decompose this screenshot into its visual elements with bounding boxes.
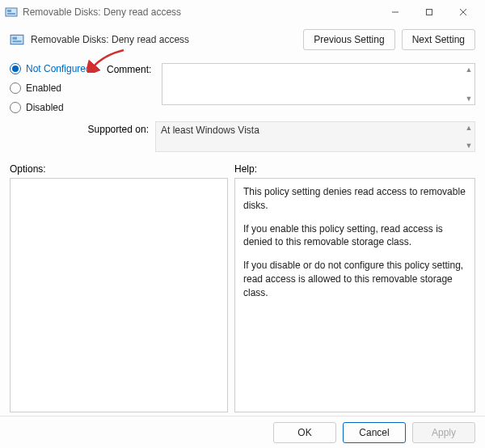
help-panel: This policy setting denies read access t… bbox=[234, 178, 475, 412]
radio-icon bbox=[10, 102, 21, 113]
radio-disabled[interactable]: Disabled bbox=[10, 102, 107, 113]
cancel-button[interactable]: Cancel bbox=[343, 422, 406, 443]
policy-name: Removable Disks: Deny read access bbox=[31, 34, 297, 45]
window-title: Removable Disks: Deny read access bbox=[23, 6, 378, 18]
policy-icon bbox=[5, 6, 18, 19]
scroll-up-icon[interactable]: ▲ bbox=[463, 64, 474, 75]
svg-rect-1 bbox=[7, 10, 11, 12]
svg-rect-4 bbox=[427, 10, 432, 15]
maximize-button[interactable] bbox=[412, 1, 446, 23]
radio-icon bbox=[10, 63, 21, 74]
svg-rect-9 bbox=[12, 40, 21, 42]
next-setting-button[interactable]: Next Setting bbox=[402, 29, 475, 50]
policy-header-icon bbox=[10, 32, 24, 47]
supported-on-value: At least Windows Vista ▲ ▼ bbox=[155, 121, 475, 152]
options-panel bbox=[10, 178, 228, 412]
close-button[interactable] bbox=[446, 1, 480, 23]
radio-label: Not Configured bbox=[26, 63, 91, 74]
scroll-down-icon: ▼ bbox=[463, 140, 474, 151]
help-text: If you enable this policy setting, read … bbox=[243, 222, 466, 250]
svg-rect-2 bbox=[7, 13, 15, 15]
help-text: If you disable or do not configure this … bbox=[243, 259, 466, 299]
state-radio-group: Not Configured Enabled Disabled bbox=[10, 63, 107, 113]
header-row: Removable Disks: Deny read access Previo… bbox=[0, 24, 485, 53]
comment-textarea[interactable]: ▲ ▼ bbox=[162, 63, 475, 105]
radio-label: Enabled bbox=[26, 82, 61, 94]
help-text: This policy setting denies read access t… bbox=[243, 185, 466, 213]
radio-not-configured[interactable]: Not Configured bbox=[10, 63, 107, 74]
help-section-label: Help: bbox=[234, 163, 257, 175]
titlebar: Removable Disks: Deny read access bbox=[0, 0, 485, 24]
svg-rect-8 bbox=[12, 37, 17, 40]
ok-button[interactable]: OK bbox=[273, 422, 336, 443]
minimize-button[interactable] bbox=[378, 1, 412, 23]
radio-label: Disabled bbox=[26, 102, 64, 113]
scroll-up-icon: ▲ bbox=[463, 122, 474, 133]
comment-label: Comment: bbox=[107, 63, 155, 75]
previous-setting-button[interactable]: Previous Setting bbox=[303, 29, 394, 50]
dialog-button-bar: OK Cancel Apply bbox=[0, 416, 485, 448]
scroll-down-icon[interactable]: ▼ bbox=[463, 93, 474, 104]
radio-icon bbox=[10, 82, 21, 94]
supported-on-label: Supported on: bbox=[10, 121, 149, 135]
radio-enabled[interactable]: Enabled bbox=[10, 82, 107, 94]
options-section-label: Options: bbox=[10, 163, 234, 175]
apply-button[interactable]: Apply bbox=[412, 422, 475, 443]
